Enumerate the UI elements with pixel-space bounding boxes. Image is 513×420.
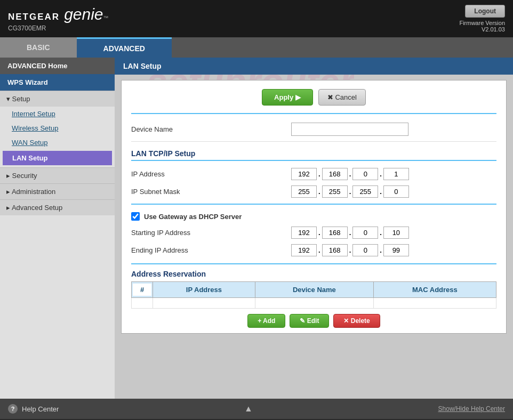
sm-oct4[interactable] [383,185,409,198]
sidebar-item-administration[interactable]: ▸ Administration [0,183,115,199]
button-row: Apply ▶ ✖ Cancel [131,86,496,113]
sm-oct1[interactable] [291,185,317,198]
eip-oct3[interactable] [352,244,378,256]
logout-button[interactable]: Logout [465,5,505,18]
device-name-label: Device Name [131,125,291,133]
help-arrow: ▲ [244,404,253,414]
dhcp-checkbox-row: Use Gateway as DHCP Server [131,209,496,224]
cancel-button[interactable]: ✖ Cancel [318,89,366,106]
dhcp-checkbox[interactable] [131,212,140,221]
sidebar-setup-header[interactable]: ▾ Setup [0,91,115,107]
ip-oct3[interactable] [352,168,378,180]
apply-button[interactable]: Apply ▶ [262,89,313,106]
sm-dot2: . [348,188,353,196]
eip-oct2[interactable] [322,244,348,256]
sip-oct2[interactable] [322,227,348,239]
col-device-name: Device Name [255,282,373,298]
firmware-version: V2.01.03 [482,26,505,33]
sip-dot1: . [317,229,322,237]
eip-oct4[interactable] [383,244,409,256]
content-area: setuprouter LAN Setup Apply ▶ ✖ Cancel D… [115,58,513,399]
sip-dot3: . [378,229,383,237]
reservation-table: # IP Address Device Name MAC Address [131,281,496,309]
help-icon: ? [8,404,18,414]
sip-oct3[interactable] [352,227,378,239]
sidebar-item-security[interactable]: ▸ Security [0,167,115,183]
ip-address-label: IP Address [131,170,291,178]
dhcp-label: Use Gateway as DHCP Server [144,213,242,221]
sidebar-item-wireless-setup[interactable]: Wireless Setup [0,121,115,135]
table-btn-row: + Add ✎ Edit ✕ Delete [131,314,496,328]
brand-logo: NETGEAR genie ™ [8,5,109,23]
sidebar-item-advanced-setup[interactable]: ▸ Advanced Setup [0,199,115,215]
brand-area: NETGEAR genie ™ CG3700EMR [8,5,109,32]
sm-oct2[interactable] [322,185,348,198]
sidebar-item-internet-setup[interactable]: Internet Setup [0,107,115,121]
device-name-input[interactable] [291,123,408,136]
sidebar-item-lan-setup[interactable]: LAN Setup [3,151,112,165]
brand-genie: genie [64,5,103,23]
page-title-bar: LAN Setup [115,58,513,75]
sip-dot2: . [348,229,353,237]
help-center-label: Help Center [22,405,59,413]
device-model: CG3700EMR [8,25,109,32]
address-reservation-section: Address Reservation # IP Address Devi [131,268,496,328]
dot3: . [378,170,383,178]
sip-oct1[interactable] [291,227,317,239]
ip-oct4[interactable] [383,168,409,180]
sidebar-item-wps-wizard[interactable]: WPS Wizard [0,74,115,91]
col-mac-address: MAC Address [373,282,496,298]
sidebar-item-advanced-home[interactable]: ADVANCED Home [0,58,115,74]
main-layout: ADVANCED Home WPS Wizard ▾ Setup Interne… [0,58,513,399]
lan-tcpip-header: LAN TCP/IP Setup [131,147,496,160]
eip-dot3: . [378,246,383,254]
ip-oct1[interactable] [291,168,317,180]
header-right: Logout Firmware Version V2.01.03 [459,5,505,33]
starting-ip-fields: . . . [291,227,409,239]
ending-ip-row: Ending IP Address . . . [131,241,496,259]
sm-dot3: . [378,188,383,196]
sip-oct4[interactable] [383,227,409,239]
firmware-label: Firmware Version [459,20,505,26]
device-name-row: Device Name [131,119,496,142]
lan-tcpip-section: LAN TCP/IP Setup IP Address . . . [131,147,496,328]
ending-ip-fields: . . . [291,244,409,256]
form-area: Apply ▶ ✖ Cancel Device Name LAN TCP/IP … [121,80,507,334]
subnet-mask-row: IP Subnet Mask . . . [131,183,496,200]
dot2: . [348,170,353,178]
subnet-mask-fields: . . . [291,185,409,198]
header: NETGEAR genie ™ CG3700EMR Logout Firmwar… [0,0,513,37]
brand-tm: ™ [103,15,109,21]
tab-advanced[interactable]: ADVANCED [77,37,172,58]
ip-address-row: IP Address . . . [131,165,496,183]
eip-oct1[interactable] [291,244,317,256]
dot1: . [317,170,322,178]
sidebar-item-wan-setup[interactable]: WAN Setup [0,135,115,150]
col-ip-address: IP Address [153,282,255,298]
sm-oct3[interactable] [352,185,378,198]
sm-dot1: . [317,188,322,196]
eip-dot1: . [317,246,322,254]
delete-button[interactable]: ✕ Delete [333,314,380,328]
ip-address-fields: . . . [291,168,409,180]
sidebar: ADVANCED Home WPS Wizard ▾ Setup Interne… [0,58,115,399]
edit-button[interactable]: ✎ Edit [290,314,329,328]
eip-dot2: . [348,246,353,254]
firmware-info: Firmware Version V2.01.03 [459,20,505,33]
starting-ip-label: Starting IP Address [131,229,291,237]
subnet-mask-label: IP Subnet Mask [131,188,291,196]
tab-bar: BASIC ADVANCED [0,37,513,58]
ending-ip-label: Ending IP Address [131,246,291,254]
col-hash: # [132,282,153,298]
starting-ip-row: Starting IP Address . . . [131,224,496,241]
add-button[interactable]: + Add [247,314,285,328]
address-reservation-header: Address Reservation [131,268,496,281]
page-title: LAN Setup [123,62,162,70]
tab-basic[interactable]: BASIC [0,37,77,58]
ip-oct2[interactable] [322,168,348,180]
brand-netgear: NETGEAR [8,12,60,22]
help-center-left: ? Help Center [8,404,59,414]
help-footer: ? Help Center ▲ Show/Hide Help Center [0,399,513,419]
table-empty-row [132,298,496,309]
show-hide-help[interactable]: Show/Hide Help Center [438,405,505,413]
